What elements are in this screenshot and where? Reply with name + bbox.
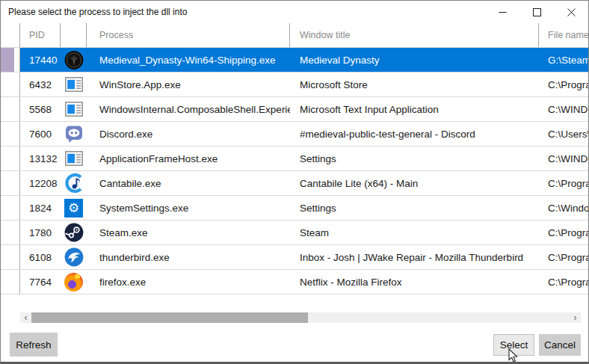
close-icon: [567, 8, 576, 16]
cell-file-name: C:\Progra: [539, 171, 588, 195]
cell-icon: [61, 48, 87, 72]
cell-process: WindowsInternal.ComposableShell.Experien: [87, 97, 290, 121]
row-selector[interactable]: [1, 146, 20, 170]
row-selector[interactable]: [1, 171, 20, 195]
row-selector[interactable]: [1, 245, 20, 269]
cell-pid: 7600: [20, 122, 61, 146]
row-selector[interactable]: [1, 122, 20, 146]
cell-window-title: Inbox - Josh | JWake Repair - Mozilla Th…: [290, 245, 539, 269]
cell-window-title: Microsoft Text Input Application: [290, 97, 539, 121]
window-title: Please select the process to inject the …: [1, 7, 485, 17]
cell-icon: [61, 122, 87, 146]
cell-process: firefox.exe: [87, 270, 290, 294]
cell-icon: [61, 146, 87, 170]
titlebar: Please select the process to inject the …: [1, 1, 588, 23]
minimize-button[interactable]: [485, 1, 519, 23]
header-pid[interactable]: PID: [20, 23, 61, 47]
cell-icon: [61, 220, 87, 244]
cell-icon: [61, 97, 87, 121]
cell-file-name: G:\Steam: [539, 48, 588, 72]
maximize-button[interactable]: [519, 1, 554, 23]
header-process[interactable]: Process: [87, 23, 290, 47]
windows-app-icon: [64, 75, 84, 94]
scrollbar-thumb[interactable]: [31, 312, 308, 323]
cell-pid: 6432: [20, 73, 61, 96]
process-row[interactable]: 7764firefox.exeNetflix - Mozilla Firefox…: [1, 270, 588, 294]
process-row[interactable]: 7600Discord.exe#medieval-public-test-gen…: [1, 122, 588, 146]
cell-process: Steam.exe: [87, 220, 290, 244]
cell-process: Discord.exe: [87, 122, 290, 146]
header-file-name[interactable]: File name: [539, 23, 588, 47]
header-row-selector: [1, 23, 20, 47]
process-row[interactable]: 1824⚙SystemSettings.exeSettingsC:\Windo: [1, 196, 588, 220]
cell-pid: 1780: [20, 220, 61, 244]
cell-pid: 5568: [20, 97, 61, 121]
cell-process: SystemSettings.exe: [87, 196, 290, 220]
cell-process: WinStore.App.exe: [87, 73, 290, 96]
windows-app-icon: [64, 99, 84, 119]
row-selector[interactable]: [1, 270, 20, 294]
cancel-button[interactable]: Cancel: [539, 334, 581, 356]
process-row[interactable]: 12208Cantabile.exeCantabile Lite (x64) -…: [1, 171, 588, 196]
horizontal-scrollbar[interactable]: ‹ ›: [20, 312, 581, 323]
process-row[interactable]: 13132ApplicationFrameHost.exeSettingsC:\…: [1, 146, 588, 171]
thunderbird-icon: [64, 247, 84, 267]
cell-window-title: Settings: [290, 146, 539, 170]
process-picker-dialog: Please select the process to inject the …: [0, 0, 589, 364]
maximize-icon: [533, 8, 541, 16]
header-icon[interactable]: [61, 23, 87, 47]
cell-icon: [61, 73, 87, 96]
process-row[interactable]: 17440Medieval_Dynasty-Win64-Shipping.exe…: [1, 48, 588, 73]
cell-process: Cantabile.exe: [87, 171, 290, 195]
scroll-right-icon[interactable]: ›: [570, 312, 581, 323]
cell-process: ApplicationFrameHost.exe: [87, 146, 290, 170]
cell-pid: 12208: [20, 171, 61, 195]
process-row[interactable]: 1780Steam.exeSteamC:\Progra: [1, 220, 588, 245]
close-button[interactable]: [554, 1, 588, 23]
cell-file-name: C:\WINDO: [539, 97, 588, 121]
cell-icon: [61, 245, 87, 269]
process-list: 17440Medieval_Dynasty-Win64-Shipping.exe…: [1, 47, 588, 294]
cell-file-name: C:\Progra: [539, 220, 588, 244]
cell-process: Medieval_Dynasty-Win64-Shipping.exe: [87, 48, 290, 72]
row-selector[interactable]: [1, 97, 20, 121]
cantabile-icon: [64, 173, 84, 193]
cell-file-name: C:\Progra: [539, 73, 588, 96]
cell-file-name: C:\WINDO: [539, 146, 588, 170]
cell-process: thunderbird.exe: [87, 245, 290, 269]
cell-pid: 17440: [20, 48, 61, 72]
selected-row-marker: [1, 48, 14, 72]
header-window-title[interactable]: Window title: [290, 23, 539, 47]
settings-icon: ⚙: [64, 198, 84, 218]
row-selector[interactable]: [1, 196, 20, 220]
cell-pid: 13132: [20, 146, 61, 170]
scrollbar-track[interactable]: [31, 312, 570, 323]
cell-file-name: C:\Progra: [539, 245, 588, 269]
cell-icon: ⚙: [61, 196, 87, 220]
process-row[interactable]: 6432WinStore.App.exeMicrosoft StoreC:\Pr…: [1, 73, 588, 97]
cell-window-title: Steam: [290, 220, 539, 244]
cell-pid: 6108: [20, 245, 61, 269]
cell-icon: [61, 171, 87, 195]
process-row[interactable]: 6108thunderbird.exeInbox - Josh | JWake …: [1, 245, 588, 270]
scroll-left-icon[interactable]: ‹: [20, 312, 31, 323]
cell-file-name: C:\Progra: [539, 270, 588, 294]
refresh-button[interactable]: Refresh: [10, 333, 58, 357]
table-header: PID Process Window title File name: [1, 23, 588, 47]
row-selector[interactable]: [1, 48, 20, 72]
cell-window-title: #medieval-public-test-general - Discord: [290, 122, 539, 146]
row-selector[interactable]: [1, 220, 20, 244]
cell-window-title: Settings: [290, 196, 539, 220]
medieval-dynasty-icon: [64, 50, 84, 70]
windows-app-icon: [64, 149, 84, 168]
cell-window-title: Medieval Dynasty: [290, 48, 539, 72]
select-button[interactable]: Select: [493, 334, 534, 356]
minimize-icon: [499, 8, 507, 16]
cell-window-title: Netflix - Mozilla Firefox: [290, 270, 539, 294]
firefox-icon: [64, 272, 84, 291]
cell-window-title: Cantabile Lite (x64) - Main: [290, 171, 539, 195]
cell-file-name: C:\Windo: [539, 196, 588, 220]
row-selector[interactable]: [1, 73, 20, 96]
steam-icon: [64, 223, 84, 242]
process-row[interactable]: 5568WindowsInternal.ComposableShell.Expe…: [1, 97, 588, 122]
